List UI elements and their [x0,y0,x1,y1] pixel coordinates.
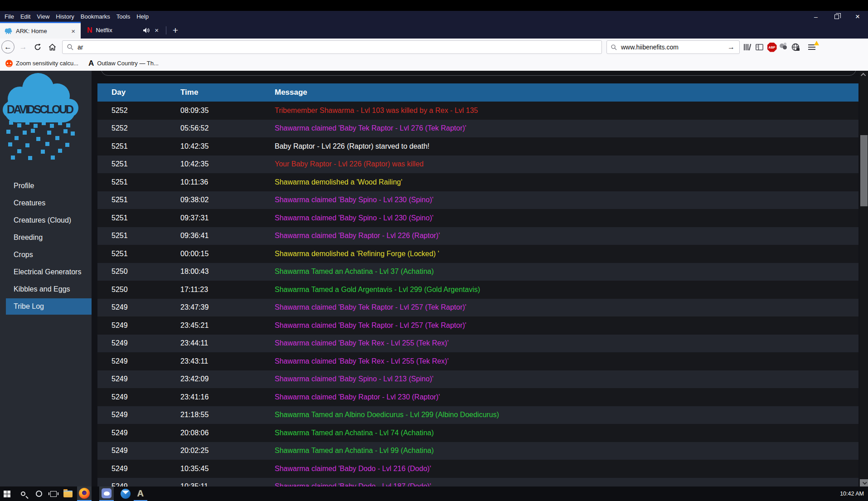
task-view-button[interactable] [47,486,60,501]
tab-close-icon[interactable]: × [69,27,77,35]
table-row[interactable]: 5251 00:00:15 Shawarma demolished a 'Ref… [97,245,858,263]
privacy-globe-icon[interactable] [790,42,801,52]
menu-item[interactable]: View [34,13,53,20]
cell-day: 5251 [97,178,180,186]
search-icon [611,44,617,50]
cell-time: 17:11:23 [180,286,275,294]
cloud-favicon-icon [5,28,12,34]
discord-taskbar-button[interactable] [99,486,114,501]
search-input-value[interactable]: www.hiibenefits.com [621,44,679,51]
cell-message: Tribemember Shawarma - Lvl 103 was kille… [275,107,858,115]
close-button[interactable]: × [847,11,868,23]
library-icon[interactable] [742,42,753,52]
file-explorer-button[interactable] [62,486,74,501]
adblock-plus-icon[interactable]: ABP [766,42,777,52]
firefox-taskbar-button[interactable] [77,486,92,501]
sidebar-item[interactable]: Kibbles and Eggs [0,281,92,298]
ark-taskbar-button[interactable]: A [134,486,147,501]
table-row[interactable]: 5249 10:35:11 Shawarma claimed 'Baby Dod… [97,478,858,487]
new-tab-button[interactable]: + [168,22,183,39]
sidebar-item[interactable]: Creatures [0,195,92,212]
home-button[interactable] [45,40,59,54]
table-row[interactable]: 5250 18:00:43 Shawarma Tamed an Achatina… [97,263,858,281]
header-day[interactable]: Day [97,88,180,97]
table-row[interactable]: 5249 10:35:45 Shawarma claimed 'Baby Dod… [97,460,858,478]
menu-item[interactable]: Help [133,13,152,20]
tab-ark-home[interactable]: ARK: Home × [0,22,81,39]
page-scrollbar[interactable] [860,71,868,486]
sidebar-item-label: Breeding [14,233,43,242]
menu-item[interactable]: Edit [17,13,34,20]
cell-day: 5249 [97,482,180,486]
back-button[interactable]: ← [1,40,15,54]
table-row[interactable]: 5249 23:47:39 Shawarma claimed 'Baby Tek… [97,299,858,317]
table-row[interactable]: 5251 10:42:35 Baby Raptor - Lvl 226 (Rap… [97,137,858,156]
sidebar-item[interactable]: Breeding [0,229,92,246]
sidebar-item[interactable]: Creatures (Cloud) [0,212,92,229]
menu-item[interactable]: History [53,13,77,20]
table-row[interactable]: 5251 09:36:41 Shawarma claimed 'Baby Rap… [97,227,858,245]
table-row[interactable]: 5252 05:56:52 Shawarma claimed 'Baby Tek… [97,120,858,138]
menu-item[interactable]: File [1,13,17,20]
sidebar-item[interactable]: Electrical Generators [0,263,92,281]
table-row[interactable]: 5249 23:43:11 Shawarma claimed 'Baby Tek… [97,352,858,370]
cell-message: Shawarma claimed 'Baby Tek Raptor - Lvl … [275,303,858,311]
table-row[interactable]: 5250 17:11:23 Shawarma Tamed a Gold Arge… [97,281,858,299]
cell-time: 08:09:35 [180,107,275,115]
bookmark-outlaw-country[interactable]: A Outlaw Country — Th... [88,59,159,68]
cell-message: Shawarma claimed 'Baby Raptor - Lvl 226 … [275,232,858,240]
table-row[interactable]: 5249 23:45:21 Shawarma claimed 'Baby Tek… [97,316,858,335]
cell-day: 5251 [97,142,180,151]
search-bar[interactable]: www.hiibenefits.com → [606,40,740,54]
table-row[interactable]: 5252 08:09:35 Tribemember Shawarma - Lvl… [97,102,858,120]
table-row[interactable]: 5249 23:42:09 Shawarma claimed 'Baby Spi… [97,370,858,389]
filter-input-partial[interactable] [101,71,856,76]
navigation-toolbar: ← → ar www.hiibenefits.com → ABP [0,39,868,56]
url-input-value[interactable]: ar [78,44,83,51]
table-row[interactable]: 5249 20:08:06 Shawarma Tamed an Achatina… [97,424,858,442]
table-row[interactable]: 5249 21:18:55 Shawarma Tamed an Albino D… [97,406,858,424]
chevron-down-icon [862,480,867,485]
extension-containers-icon[interactable] [779,42,790,52]
menu-item[interactable]: Tools [113,13,133,20]
sidebar-item[interactable]: Tribe Log [0,298,92,315]
scrollbar-thumb[interactable] [860,135,868,206]
tab-netflix[interactable]: N Netflix × [81,22,164,39]
bookmark-zoom-sensitivity[interactable]: Zoom sensitivity calcu... [5,60,78,67]
sidebar-item[interactable]: Profile [0,177,92,195]
taskbar-search-button[interactable] [16,486,30,501]
tab-audio-icon[interactable] [143,28,150,33]
sidebar-item[interactable]: Crops [0,246,92,263]
cell-time: 09:37:31 [180,214,275,222]
app-menu-icon[interactable] [806,42,817,52]
table-row[interactable]: 5249 23:41:16 Shawarma claimed 'Baby Rap… [97,388,858,406]
cell-time: 05:56:52 [180,124,275,132]
restore-button[interactable] [826,11,847,23]
header-time[interactable]: Time [180,88,275,97]
table-row[interactable]: 5251 10:11:36 Shawarma demolished a 'Woo… [97,173,858,191]
forward-button[interactable]: → [16,40,30,54]
table-row[interactable]: 5251 10:42:35 Your Baby Raptor - Lvl 226… [97,156,858,174]
header-message[interactable]: Message [275,88,858,97]
table-row[interactable]: 5249 23:44:11 Shawarma claimed 'Baby Tek… [97,335,858,353]
cell-message: Shawarma demolished a 'Refining Forge (L… [275,250,858,258]
reload-button[interactable] [31,40,44,54]
menu-item[interactable]: Bookmarks [78,13,113,20]
sidebar-item-label: Electrical Generators [14,268,81,276]
sidebar-toggle-icon[interactable] [754,42,765,52]
table-row[interactable]: 5251 09:37:31 Shawarma claimed 'Baby Spi… [97,209,858,227]
minimize-button[interactable]: – [805,11,826,23]
scroll-down-arrow-icon[interactable] [860,479,868,486]
table-row[interactable]: 5251 09:38:02 Shawarma claimed 'Baby Spi… [97,191,858,209]
tab-close-icon[interactable]: × [153,26,160,34]
tab-divider [166,26,166,34]
start-button[interactable] [1,486,13,501]
ark-icon: A [137,488,144,499]
thunderbird-taskbar-button[interactable] [119,486,132,501]
url-bar[interactable]: ar [62,40,602,54]
search-go-icon[interactable]: → [727,43,735,51]
taskbar-clock[interactable]: 10:42 AM [840,486,864,501]
scroll-up-arrow-icon[interactable] [860,72,868,78]
cortana-button[interactable] [33,486,45,501]
table-row[interactable]: 5249 20:02:25 Shawarma Tamed an Achatina… [97,442,858,460]
